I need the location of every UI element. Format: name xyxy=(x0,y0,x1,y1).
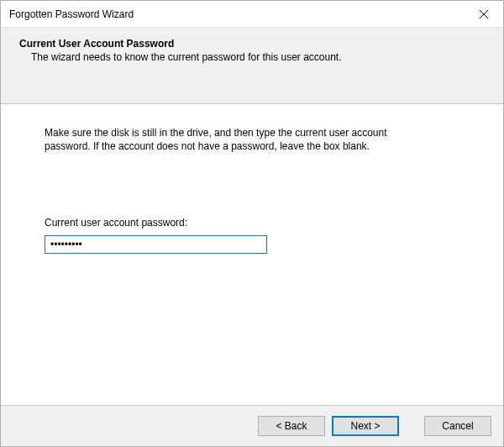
close-icon xyxy=(480,10,488,18)
page-title: Current User Account Password xyxy=(19,38,485,50)
titlebar: Forgotten Password Wizard xyxy=(1,1,503,28)
button-spacer xyxy=(406,416,417,436)
page-subtitle: The wizard needs to know the current pas… xyxy=(31,51,485,63)
instructions-text: Make sure the disk is still in the drive… xyxy=(45,126,406,153)
password-input[interactable] xyxy=(45,235,267,254)
window-title: Forgotten Password Wizard xyxy=(9,8,134,20)
wizard-window: Forgotten Password Wizard Current User A… xyxy=(0,0,504,447)
wizard-body: Make sure the disk is still in the drive… xyxy=(1,104,503,405)
wizard-header: Current User Account Password The wizard… xyxy=(1,28,503,104)
password-label: Current user account password: xyxy=(45,217,459,229)
next-button[interactable]: Next > xyxy=(332,416,399,436)
back-button[interactable]: < Back xyxy=(258,416,325,436)
cancel-button[interactable]: Cancel xyxy=(424,416,491,436)
close-button[interactable] xyxy=(465,1,503,28)
wizard-footer: < Back Next > Cancel xyxy=(1,405,503,446)
